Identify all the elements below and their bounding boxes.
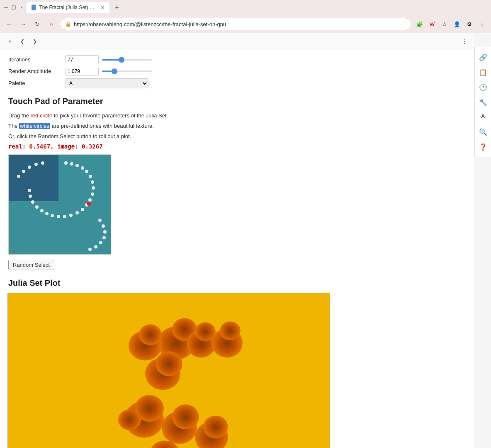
desc2-prefix: The xyxy=(8,123,19,129)
white-circles-label: white circles xyxy=(19,123,50,129)
iterations-input[interactable] xyxy=(66,55,99,64)
touch-pad-title: Touch Pad of Parameter xyxy=(8,95,466,107)
sidebar-tools-icon[interactable]: 🔧 xyxy=(476,95,490,109)
palette-label: Palette xyxy=(8,79,62,88)
white-dot xyxy=(28,166,31,169)
cell-nav-next[interactable]: ❯ xyxy=(30,37,40,46)
white-dot xyxy=(88,248,92,251)
tab-close-button[interactable]: ✕ xyxy=(101,5,105,10)
touch-pad-desc3: Or, click the Random Select button to ro… xyxy=(8,132,466,141)
white-dot xyxy=(102,224,105,228)
office-icon[interactable]: W xyxy=(426,18,438,30)
close-button[interactable] xyxy=(18,5,24,10)
white-dot xyxy=(29,195,32,198)
white-dot xyxy=(94,245,97,248)
render-amplitude-slider[interactable] xyxy=(102,71,152,72)
white-dot xyxy=(22,170,25,173)
white-dot xyxy=(75,164,79,167)
window-controls xyxy=(3,5,24,10)
forward-button[interactable]: → xyxy=(17,18,29,30)
browser-chrome: The Fractal (Julia Set) on GPU /… ✕ + ← … xyxy=(0,0,491,33)
new-tab-button[interactable]: + xyxy=(111,2,123,13)
white-dot xyxy=(69,214,73,217)
maximize-button[interactable] xyxy=(11,5,17,10)
page-body: Iterations Render Amplitude Palette A B … xyxy=(0,50,474,448)
profile-icon[interactable]: 👤 xyxy=(451,18,463,30)
palette-row: Palette A B C D xyxy=(8,78,466,88)
random-select-button[interactable]: Random Select xyxy=(8,260,54,270)
url-text: https://observablehq.com/@listenzcc/the-… xyxy=(74,21,406,27)
sidebar-help-icon[interactable]: ❓ xyxy=(476,140,490,153)
sidebar-clipboard-icon[interactable]: 📋 xyxy=(476,66,490,79)
white-dot xyxy=(88,198,92,202)
red-dot-cursor xyxy=(87,202,91,206)
refresh-button[interactable]: ↻ xyxy=(32,18,43,30)
render-amplitude-input[interactable] xyxy=(66,67,99,76)
white-dot xyxy=(103,230,107,234)
white-dot xyxy=(57,215,60,218)
desc2-suffix: are pre-defined ones with beautiful text… xyxy=(50,123,154,129)
white-dot xyxy=(102,236,106,239)
cell-nav-prev[interactable]: ❮ xyxy=(17,37,27,46)
julia-set-title: Julia Set Plot xyxy=(8,277,466,289)
right-sidebar: 🔗 📋 🕐 🔧 👁 🔍 ❓ xyxy=(474,47,491,157)
white-dot xyxy=(92,186,95,190)
white-dot xyxy=(28,189,31,192)
desc1-suffix: to pick your favorite parameters of the … xyxy=(52,112,168,119)
desc1-prefix: Drag the xyxy=(8,112,30,119)
white-dot xyxy=(63,215,66,218)
white-dot xyxy=(40,209,44,212)
active-tab[interactable]: The Fractal (Julia Set) on GPU /… ✕ xyxy=(27,2,109,13)
white-dot xyxy=(41,161,44,165)
iterations-row: Iterations xyxy=(8,55,466,64)
bookmark-icon[interactable]: ☆ xyxy=(439,18,450,30)
fractal-blob xyxy=(172,404,199,429)
white-dot xyxy=(75,211,79,214)
touch-pad-canvas[interactable] xyxy=(8,154,111,255)
minimize-button[interactable] xyxy=(3,5,9,10)
white-dot xyxy=(85,170,88,173)
fractal-blob xyxy=(156,351,182,376)
touch-pad-dark-region xyxy=(9,155,58,201)
main-content: + ❮ ❯ ⋮ Iterations Render Amplitude Pale… xyxy=(0,33,474,448)
white-dot xyxy=(99,241,102,244)
cell-more-options[interactable]: ⋮ xyxy=(459,37,469,46)
home-button[interactable]: ⌂ xyxy=(46,18,57,30)
browser-toolbar-icons: 🧩 W ☆ 👤 ⚙ ⋮ xyxy=(414,18,488,30)
white-dot xyxy=(31,200,34,204)
svg-rect-1 xyxy=(12,6,15,9)
address-bar[interactable]: 🔒 https://observablehq.com/@listenzcc/th… xyxy=(60,18,411,30)
white-dot xyxy=(81,208,84,211)
browser-titlebar: The Fractal (Julia Set) on GPU /… ✕ + xyxy=(0,0,491,15)
sidebar-link-icon[interactable]: 🔗 xyxy=(476,51,490,64)
white-dot xyxy=(91,180,94,184)
julia-plot-canvas xyxy=(7,293,330,448)
menu-icon[interactable]: ⋮ xyxy=(476,18,488,30)
iterations-label: Iterations xyxy=(8,56,62,64)
render-amplitude-label: Render Amplitude xyxy=(8,67,62,75)
white-dot xyxy=(81,166,84,170)
iterations-slider[interactable] xyxy=(102,59,152,61)
address-bar-row: ← → ↻ ⌂ 🔒 https://observablehq.com/@list… xyxy=(0,15,491,33)
white-dot xyxy=(17,175,20,178)
white-dot xyxy=(51,214,54,217)
svg-rect-0 xyxy=(4,7,8,8)
lock-icon: 🔒 xyxy=(65,21,71,27)
sidebar-search-icon[interactable]: 🔍 xyxy=(476,125,490,139)
white-dot xyxy=(70,162,73,166)
settings-icon[interactable]: ⚙ xyxy=(464,18,475,30)
white-dot xyxy=(64,161,68,165)
controls-section: Iterations Render Amplitude Palette A B … xyxy=(8,55,466,88)
white-dot xyxy=(91,192,94,196)
touch-pad-desc1: Drag the red circle to pick your favorit… xyxy=(8,112,466,120)
coords-display: real: 0.5467, image: 0.3267 xyxy=(8,142,466,151)
add-cell-button[interactable]: + xyxy=(5,37,15,46)
extensions-icon[interactable]: 🧩 xyxy=(414,18,425,30)
back-button[interactable]: ← xyxy=(3,18,15,30)
sidebar-view-icon[interactable]: 👁 xyxy=(476,110,490,124)
white-dot xyxy=(45,212,49,215)
palette-select[interactable]: A B C D xyxy=(66,78,148,88)
sidebar-history-icon[interactable]: 🕐 xyxy=(476,80,490,94)
white-dot xyxy=(35,205,39,209)
render-amplitude-row: Render Amplitude xyxy=(8,67,466,76)
